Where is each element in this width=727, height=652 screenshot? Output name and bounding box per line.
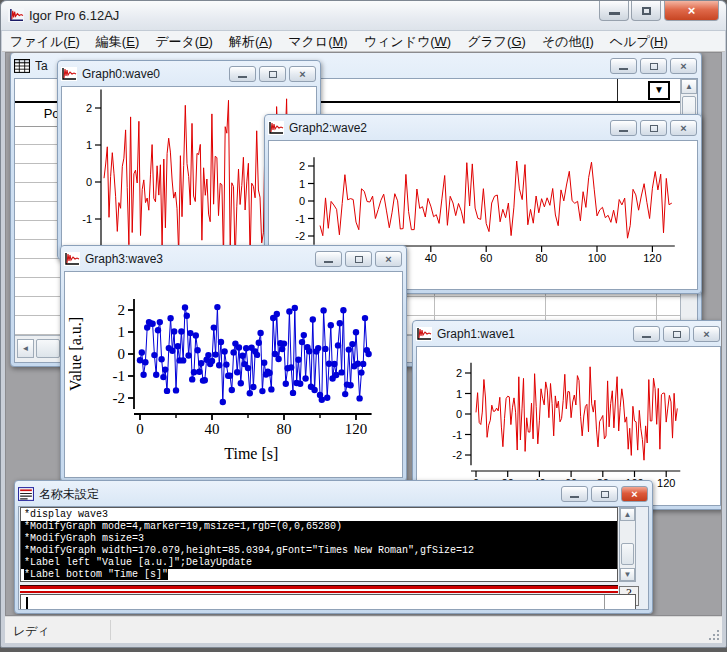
table-restore-button[interactable] bbox=[640, 58, 667, 74]
command-window: 名称未設定 × *display wave3*ModifyGraph mode=… bbox=[14, 480, 653, 614]
graph0-restore-button[interactable] bbox=[259, 66, 286, 82]
command-window-icon bbox=[18, 487, 34, 501]
scroll-thumb[interactable] bbox=[36, 339, 60, 358]
history-line-3[interactable]: *ModifyGraph width=170.079,height=85.039… bbox=[21, 545, 617, 557]
command-restore-button[interactable] bbox=[591, 486, 618, 502]
scroll-up-button[interactable]: ▲ bbox=[620, 508, 635, 521]
menu-item-0[interactable]: ファイル(F) bbox=[2, 31, 88, 51]
svg-text:1: 1 bbox=[299, 178, 305, 190]
graph3-plot-area[interactable]: 210-1-204080120Time [s]Value [a.u.] bbox=[64, 271, 403, 478]
graph2-restore-button[interactable] bbox=[640, 120, 667, 136]
graph3-window: Graph3:wave3 × 210-1-204080120Time [s]Va… bbox=[60, 245, 407, 482]
graph2-title: Graph2:wave2 bbox=[289, 121, 610, 135]
command-title: 名称未設定 bbox=[39, 486, 561, 503]
menu-item-2[interactable]: データ(D) bbox=[147, 31, 221, 51]
igor-app-icon bbox=[8, 8, 24, 22]
main-maximize-button[interactable] bbox=[631, 1, 661, 21]
svg-text:Value [a.u.]: Value [a.u.] bbox=[67, 317, 84, 391]
close-icon: × bbox=[680, 60, 686, 72]
graph-icon bbox=[416, 327, 432, 341]
svg-text:Time [s]: Time [s] bbox=[224, 445, 278, 462]
graph-icon bbox=[64, 252, 80, 266]
main-minimize-button[interactable] bbox=[599, 1, 629, 21]
column-dropdown-button[interactable]: ▼ bbox=[648, 81, 670, 100]
svg-text:120: 120 bbox=[657, 477, 675, 489]
main-titlebar[interactable]: Igor Pro 6.12AJ × bbox=[1, 1, 726, 31]
close-icon: × bbox=[631, 488, 637, 500]
history-line-4[interactable]: *Label left "Value [a.u.]";DelayUpdate bbox=[21, 557, 617, 569]
minimize-icon bbox=[642, 336, 651, 338]
svg-text:2: 2 bbox=[456, 367, 462, 379]
history-line-2[interactable]: *ModifyGraph msize=3 bbox=[21, 533, 617, 545]
svg-text:100: 100 bbox=[588, 252, 606, 264]
scroll-down-button[interactable]: ▼ bbox=[620, 568, 635, 581]
graph3-restore-button[interactable] bbox=[345, 251, 372, 267]
menu-item-5[interactable]: ウィンドウ(W) bbox=[356, 31, 459, 51]
menu-item-4[interactable]: マクロ(M) bbox=[280, 31, 355, 51]
command-input[interactable] bbox=[20, 594, 636, 610]
status-bar: レディ bbox=[5, 616, 722, 643]
command-history[interactable]: *display wave3*ModifyGraph mode=4,marker… bbox=[20, 507, 618, 582]
graph3-minimize-button[interactable] bbox=[315, 251, 342, 267]
graph2-minimize-button[interactable] bbox=[610, 120, 637, 136]
graph1-minimize-button[interactable] bbox=[633, 326, 660, 342]
close-icon: × bbox=[703, 328, 709, 340]
minimize-icon bbox=[619, 68, 628, 70]
graph3-titlebar[interactable]: Graph3:wave3 × bbox=[64, 248, 403, 270]
svg-text:1: 1 bbox=[456, 388, 462, 400]
table-close-button[interactable]: × bbox=[670, 58, 697, 74]
graph3-close-button[interactable]: × bbox=[375, 251, 402, 267]
menu-bar: ファイル(F)編集(E)データ(D)解析(A)マクロ(M)ウィンドウ(W)グラフ… bbox=[2, 31, 725, 52]
graph2-close-button[interactable]: × bbox=[670, 120, 697, 136]
menu-item-3[interactable]: 解析(A) bbox=[221, 31, 280, 51]
close-icon: × bbox=[688, 3, 696, 18]
main-close-button[interactable]: × bbox=[664, 1, 719, 21]
table-minimize-button[interactable] bbox=[610, 58, 637, 74]
svg-text:60: 60 bbox=[480, 252, 492, 264]
history-input-divider[interactable] bbox=[20, 585, 618, 593]
graph-icon bbox=[268, 121, 284, 135]
svg-text:0: 0 bbox=[86, 176, 92, 188]
graph0-minimize-button[interactable] bbox=[229, 66, 256, 82]
minimize-icon bbox=[570, 496, 579, 498]
menu-item-8[interactable]: ヘルプ(H) bbox=[602, 31, 676, 51]
command-scrollbar[interactable]: ▲ ▼ bbox=[619, 507, 636, 582]
table-entry-divider bbox=[617, 79, 618, 101]
graph0-titlebar[interactable]: Graph0:wave0 × bbox=[61, 63, 317, 85]
text-cursor bbox=[26, 597, 28, 610]
menu-item-1[interactable]: 編集(E) bbox=[88, 31, 147, 51]
history-line-1[interactable]: *ModifyGraph mode=4,marker=19,msize=1,rg… bbox=[21, 521, 617, 533]
scroll-left-button[interactable]: ◄ bbox=[17, 339, 34, 358]
history-line-5[interactable]: *Label bottom "Time [s]" bbox=[21, 569, 617, 581]
graph1-close-button[interactable]: × bbox=[693, 326, 720, 342]
menu-item-6[interactable]: グラフ(G) bbox=[459, 31, 534, 51]
command-close-button[interactable]: × bbox=[621, 486, 648, 502]
svg-text:40: 40 bbox=[425, 252, 437, 264]
svg-text:-1: -1 bbox=[82, 213, 92, 225]
restore-icon bbox=[601, 491, 609, 498]
scroll-thumb[interactable] bbox=[621, 543, 634, 565]
scroll-up-button[interactable]: ▲ bbox=[681, 79, 697, 94]
graph1-restore-button[interactable] bbox=[663, 326, 690, 342]
graph1-titlebar[interactable]: Graph1:wave1 × bbox=[416, 323, 721, 345]
restore-icon bbox=[355, 256, 363, 263]
history-line-0[interactable]: *display wave3 bbox=[21, 509, 617, 521]
close-icon: × bbox=[385, 253, 391, 265]
minimize-icon bbox=[238, 76, 247, 78]
close-icon: × bbox=[680, 122, 686, 134]
graph2-titlebar[interactable]: Graph2:wave2 × bbox=[268, 117, 698, 139]
command-minimize-button[interactable] bbox=[561, 486, 588, 502]
mdi-background: Ta × ▼ Point ▲ bbox=[5, 52, 722, 616]
svg-text:80: 80 bbox=[535, 252, 547, 264]
menu-item-7[interactable]: その他(I) bbox=[534, 31, 602, 51]
svg-text:0: 0 bbox=[136, 421, 144, 437]
command-titlebar[interactable]: 名称未設定 × bbox=[18, 483, 649, 505]
resize-grip[interactable] bbox=[707, 628, 721, 642]
minimize-icon bbox=[324, 261, 333, 263]
svg-text:0: 0 bbox=[456, 408, 462, 420]
graph0-close-button[interactable]: × bbox=[289, 66, 316, 82]
minimize-icon bbox=[619, 130, 628, 132]
svg-text:2: 2 bbox=[299, 160, 305, 172]
svg-text:2: 2 bbox=[118, 302, 126, 318]
app-title: Igor Pro 6.12AJ bbox=[29, 8, 119, 23]
